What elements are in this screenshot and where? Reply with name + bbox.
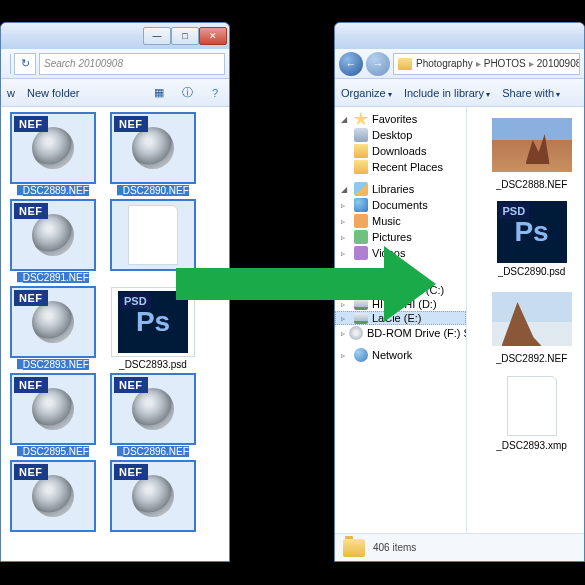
view-icon[interactable]: ▦ [151, 85, 167, 101]
titlebar[interactable]: — □ ✕ [1, 23, 229, 49]
share-menu[interactable]: Share with [502, 87, 560, 99]
toolbar: Organize Include in library Share with [335, 79, 584, 107]
lens-icon [32, 301, 74, 343]
computer-icon [354, 268, 368, 282]
minimize-button[interactable]: — [143, 27, 171, 45]
tree-item-downloads[interactable]: Downloads [335, 143, 466, 159]
drive-icon [354, 313, 368, 324]
thumb-box: PSDPs [488, 200, 576, 264]
tree-item-bdrom[interactable]: ▹BD-ROM Drive (F:) S [335, 325, 466, 341]
file-name: _DSC2896.NEF [117, 446, 189, 457]
thumb-box: NEF [11, 461, 95, 531]
thumb-box: NEF [11, 287, 95, 357]
file-name: _DSC2890.psd [498, 266, 566, 277]
lens-icon [132, 388, 174, 430]
file-thumb[interactable] [105, 200, 201, 283]
pictures-icon [354, 230, 368, 244]
file-thumb[interactable]: NEF_DSC2891.NEF [5, 200, 101, 283]
crumb[interactable]: Photography [416, 58, 473, 69]
tree-item-pictures[interactable]: ▹Pictures [335, 229, 466, 245]
file-thumb[interactable]: _DSC2892.NEF [483, 287, 580, 364]
file-thumb[interactable]: NEF_DSC2893.NEF [5, 287, 101, 370]
psd-badge: PSD [120, 293, 151, 309]
folder-icon [343, 539, 365, 557]
tree-label: LaCie (E:) [372, 312, 422, 324]
file-thumb[interactable]: PSDPs_DSC2893.psd [105, 287, 201, 370]
file-name: _DSC2891.NEF [17, 272, 89, 283]
file-name: _DSC2889.NEF [17, 185, 89, 196]
thumb-box: PSDPs [111, 287, 195, 357]
drive-icon [354, 299, 368, 310]
file-thumb[interactable]: NEF [105, 461, 201, 533]
breadcrumb[interactable]: Photography▸ PHOTOS▸ 20100908 [393, 53, 580, 75]
toolbar-item[interactable]: w [7, 87, 15, 99]
file-thumb[interactable]: PSDPs_DSC2890.psd [483, 200, 580, 277]
explorer-window-left: — □ ✕ ↻ Search 20100908 w New folder ▦ ⓘ… [0, 22, 230, 562]
tree-label: Computer [372, 269, 420, 281]
tree-label: BD-ROM Drive (F:) S [367, 327, 467, 339]
back-button[interactable]: ← [339, 52, 363, 76]
crumb[interactable]: PHOTOS [484, 58, 526, 69]
tree-label: Pictures [372, 231, 412, 243]
tree-item-drive-e[interactable]: ▹LaCie (E:) [335, 311, 466, 325]
file-thumb[interactable]: NEF_DSC2890.NEF [105, 113, 201, 196]
file-name: _DSC2893.NEF [17, 359, 89, 370]
file-thumb[interactable]: NEF [5, 461, 101, 533]
close-button[interactable]: ✕ [199, 27, 227, 45]
tree-item-recent[interactable]: Recent Places [335, 159, 466, 175]
lens-icon [32, 214, 74, 256]
maximize-button[interactable]: □ [171, 27, 199, 45]
tree-item-music[interactable]: ▹Music [335, 213, 466, 229]
thumb-box [488, 287, 576, 351]
search-input[interactable]: Search 20100908 [39, 53, 225, 75]
folder-icon [354, 144, 368, 158]
organize-menu[interactable]: Organize [341, 87, 392, 99]
window-body: NEF_DSC2889.NEFNEF_DSC2890.NEFNEF_DSC289… [1, 107, 229, 561]
reload-button[interactable]: ↻ [14, 53, 36, 75]
tree-item-videos[interactable]: ▹Videos [335, 245, 466, 261]
file-thumb[interactable]: _DSC2888.NEF [483, 113, 580, 190]
file-thumb[interactable]: NEF_DSC2895.NEF [5, 374, 101, 457]
new-folder-button[interactable]: New folder [27, 87, 80, 99]
folder-icon [398, 58, 412, 70]
nav-edge [5, 54, 11, 74]
file-name: _DSC2893.xmp [496, 440, 567, 451]
crumb[interactable]: 20100908 [537, 58, 580, 69]
file-thumb[interactable]: _DSC2893.xmp [483, 374, 580, 451]
explorer-window-right: ← → Photography▸ PHOTOS▸ 20100908 Organi… [334, 22, 585, 562]
tree-item-desktop[interactable]: Desktop [335, 127, 466, 143]
status-text: 406 items [373, 542, 416, 553]
tree-item-drive-d[interactable]: ▹HITACHI (D:) [335, 297, 466, 311]
file-thumb[interactable]: NEF_DSC2896.NEF [105, 374, 201, 457]
titlebar[interactable] [335, 23, 584, 49]
file-grid[interactable]: _DSC2888.NEFPSDPs_DSC2890.psd_DSC2892.NE… [467, 107, 584, 533]
tree-favorites[interactable]: ◢Favorites [335, 111, 466, 127]
tree-libraries[interactable]: ◢Libraries [335, 181, 466, 197]
tree-item-drive-c[interactable]: ▹Local Disk (C:) [335, 283, 466, 297]
nef-badge: NEF [14, 290, 48, 306]
lens-icon [32, 475, 74, 517]
documents-icon [354, 198, 368, 212]
help-icon[interactable]: ? [207, 85, 223, 101]
nef-badge: NEF [14, 377, 48, 393]
star-icon [354, 112, 368, 126]
info-icon[interactable]: ⓘ [179, 85, 195, 101]
forward-button[interactable]: → [366, 52, 390, 76]
thumb-box: NEF [11, 200, 95, 270]
thumb-box: NEF [11, 374, 95, 444]
nav-tree[interactable]: ◢Favorites Desktop Downloads Recent Plac… [335, 107, 467, 533]
thumb-box [488, 113, 576, 177]
folder-icon [354, 160, 368, 174]
file-grid[interactable]: NEF_DSC2889.NEFNEF_DSC2890.NEFNEF_DSC289… [1, 107, 229, 561]
include-library-menu[interactable]: Include in library [404, 87, 490, 99]
tree-network[interactable]: ▹Network [335, 347, 466, 363]
drive-icon [354, 285, 368, 296]
window-body: ◢Favorites Desktop Downloads Recent Plac… [335, 107, 584, 533]
search-placeholder: Search 20100908 [44, 58, 123, 69]
address-bar: ↻ Search 20100908 [1, 49, 229, 79]
tree-computer[interactable]: ◢Computer [335, 267, 466, 283]
thumb-box [488, 374, 576, 438]
photoshop-icon: PSDPs [497, 201, 567, 263]
tree-item-documents[interactable]: ▹Documents [335, 197, 466, 213]
file-thumb[interactable]: NEF_DSC2889.NEF [5, 113, 101, 196]
